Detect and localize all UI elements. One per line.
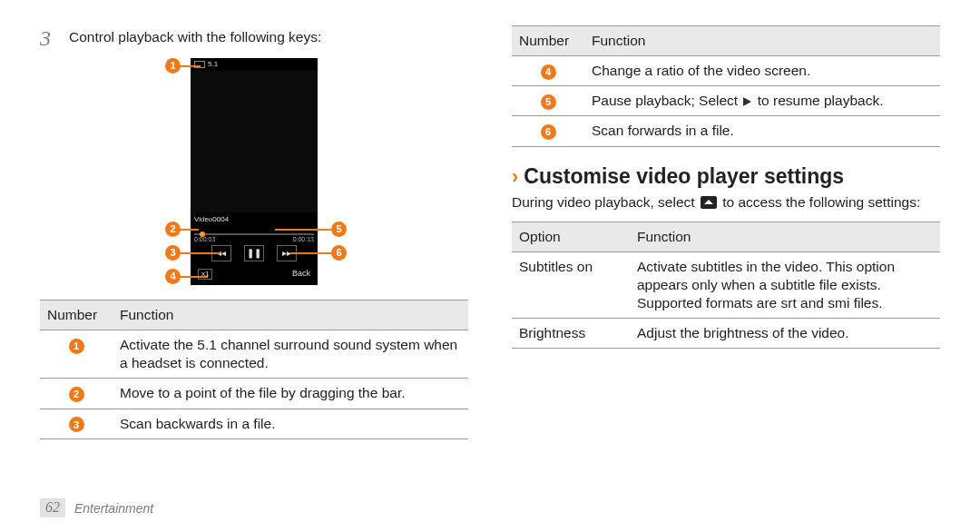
controls-table-right: Number Function 4 Change a ratio of the … <box>512 25 940 147</box>
th-function: Function <box>584 26 940 56</box>
page-number: 62 <box>40 498 65 517</box>
table-row: Subtitles on Activate subtitles in the v… <box>512 251 940 318</box>
callout-line-1 <box>181 65 201 67</box>
settings-menu-icon <box>701 196 717 209</box>
callout-line-6 <box>290 252 331 254</box>
row-badge: 6 <box>541 124 556 140</box>
table-row: 1 Activate the 5.1 channel surround soun… <box>40 330 468 379</box>
video-title: Video0004 <box>191 212 318 224</box>
option-name: Brightness <box>512 319 630 349</box>
step-3: 3 Control playback with the following ke… <box>40 25 468 49</box>
back-button[interactable]: Back <box>292 269 310 280</box>
table-row: 6 Scan forwards in a file. <box>512 116 940 146</box>
th-number: Number <box>40 300 113 330</box>
phone-bottom-row: x1 Back <box>191 265 318 285</box>
section-name: Entertainment <box>74 500 153 517</box>
page-footer: 62 Entertainment <box>40 498 153 517</box>
play-icon <box>743 97 751 106</box>
row-function: Scan forwards in a file. <box>584 116 940 146</box>
row-badge: 2 <box>69 387 84 402</box>
callout-line-2 <box>181 229 199 231</box>
callout-badge-1: 1 <box>165 58 181 74</box>
time-elapsed: 0:00:03 <box>194 235 215 243</box>
phone-screenshot: 1 2 3 4 5 6 5.1 Video0004 <box>160 58 348 287</box>
callout-badge-5: 5 <box>331 222 347 237</box>
row-badge: 5 <box>541 94 556 110</box>
callout-badge-2: 2 <box>165 222 181 237</box>
row-function: Move to a point of the file by dragging … <box>113 379 468 409</box>
table-row: 2 Move to a point of the file by draggin… <box>40 379 468 409</box>
table-row: 4 Change a ratio of the video screen. <box>512 56 940 86</box>
row-function: Change a ratio of the video screen. <box>584 56 940 86</box>
th-number: Number <box>512 26 584 56</box>
video-area <box>191 71 318 212</box>
section-heading-customise: › Customise video player settings <box>512 163 940 191</box>
row-function: Scan backwards in a file. <box>113 409 468 438</box>
surround-51-label: 5.1 <box>208 60 218 69</box>
surround-51-icon <box>194 61 205 68</box>
phone-frame: 5.1 Video0004 0:00:03 0:00:13 ◂◂ ❚❚ ▸▸ x… <box>191 58 318 285</box>
chevron-right-icon: › <box>512 167 518 187</box>
row-badge: 4 <box>541 64 556 80</box>
controls-table-left: Number Function 1 Activate the 5.1 chann… <box>40 300 468 439</box>
table-row: 3 Scan backwards in a file. <box>40 409 468 438</box>
heading-text: Customise video player settings <box>524 163 844 191</box>
table-row: Brightness Adjust the brightness of the … <box>512 319 940 349</box>
callout-line-5 <box>275 229 331 231</box>
callout-badge-4: 4 <box>165 269 181 284</box>
row-badge: 3 <box>69 417 84 432</box>
aspect-ratio-button[interactable]: x1 <box>198 269 212 280</box>
step-text: Control playback with the following keys… <box>69 25 468 46</box>
th-option: Option <box>512 222 630 251</box>
option-function: Activate subtitles in the video. This op… <box>630 251 940 318</box>
settings-intro: During video playback, select to access … <box>512 193 940 212</box>
callout-badge-6: 6 <box>331 245 347 261</box>
callout-badge-3: 3 <box>165 245 181 261</box>
th-function: Function <box>630 222 940 251</box>
callout-line-3 <box>181 252 220 254</box>
callout-line-4 <box>181 276 208 278</box>
option-function: Adjust the brightness of the video. <box>630 319 940 349</box>
option-name: Subtitles on <box>512 251 630 318</box>
th-function: Function <box>113 300 468 330</box>
step-number: 3 <box>40 25 62 49</box>
time-total: 0:00:13 <box>293 235 314 243</box>
row-function: Activate the 5.1 channel surround sound … <box>113 330 468 379</box>
settings-table: Option Function Subtitles on Activate su… <box>512 222 940 350</box>
row-badge: 1 <box>69 339 84 354</box>
row-function: Pause playback; Select to resume playbac… <box>584 86 940 116</box>
phone-status-bar: 5.1 <box>191 58 318 71</box>
pause-button[interactable]: ❚❚ <box>244 245 264 261</box>
table-row: 5 Pause playback; Select to resume playb… <box>512 86 940 116</box>
